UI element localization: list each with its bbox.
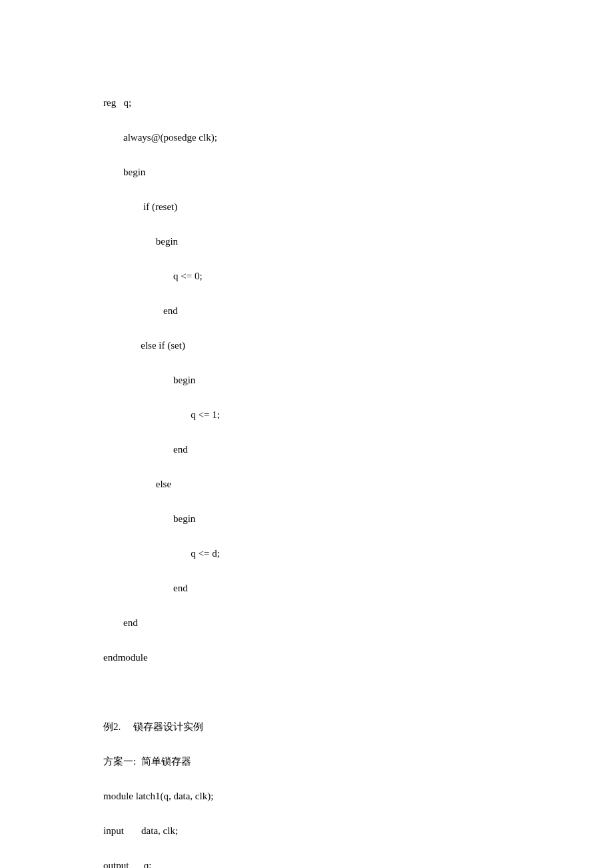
code-line: endmodule	[103, 649, 510, 666]
code-line: begin	[103, 510, 510, 527]
blank-line	[103, 683, 510, 701]
code-line: begin	[103, 163, 510, 181]
document-body: reg q; always@(posedge clk); begin if (r…	[103, 77, 510, 868]
code-line: end	[103, 302, 510, 319]
code-line: end	[103, 579, 510, 597]
code-line: begin	[103, 233, 510, 250]
code-line: q <= d;	[103, 545, 510, 562]
code-line: else	[103, 475, 510, 493]
example-2-header: 例2. 锁存器设计实例	[103, 718, 510, 735]
code-line: begin	[103, 371, 510, 389]
code-line: always@(posedge clk);	[103, 129, 510, 146]
code-line: end	[103, 614, 510, 631]
code-line: module latch1(q, data, clk);	[103, 787, 510, 805]
code-line: q <= 1;	[103, 406, 510, 423]
code-line: q <= 0;	[103, 267, 510, 285]
code-line: else if (set)	[103, 337, 510, 354]
code-line: input data, clk;	[103, 822, 510, 839]
code-line: reg q;	[103, 94, 510, 111]
code-line: output q;	[103, 857, 510, 868]
scheme-1-label: 方案一: 简单锁存器	[103, 753, 510, 770]
code-line: if (reset)	[103, 198, 510, 215]
code-line: end	[103, 441, 510, 458]
